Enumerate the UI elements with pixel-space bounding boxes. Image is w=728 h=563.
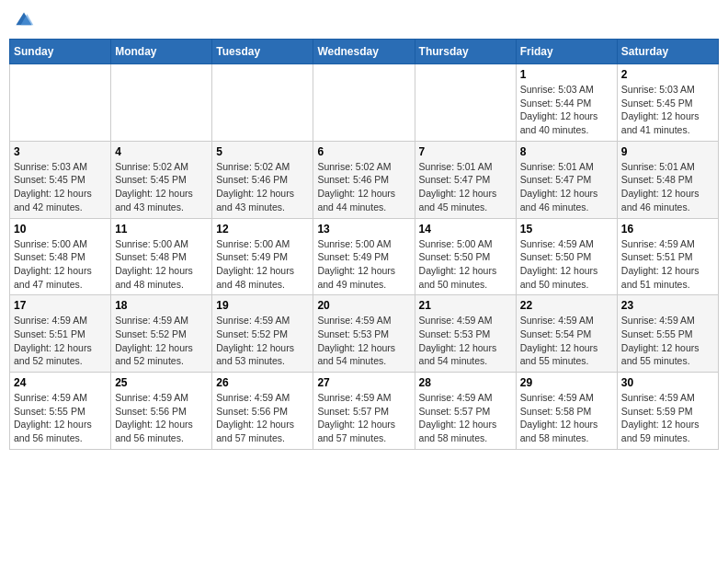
calendar-cell: 18Sunrise: 4:59 AMSunset: 5:52 PMDayligh…: [111, 295, 212, 373]
calendar-week-1: 1Sunrise: 5:03 AMSunset: 5:44 PMDaylight…: [10, 64, 719, 142]
calendar-cell: 1Sunrise: 5:03 AMSunset: 5:44 PMDaylight…: [516, 64, 617, 142]
calendar-cell: 7Sunrise: 5:01 AMSunset: 5:47 PMDaylight…: [415, 141, 516, 218]
day-header-wednesday: Wednesday: [313, 40, 415, 64]
day-number: 24: [14, 376, 107, 389]
calendar-header-row: SundayMondayTuesdayWednesdayThursdayFrid…: [10, 40, 719, 64]
calendar-cell: [212, 64, 313, 142]
day-number: 10: [14, 223, 107, 236]
day-number: 4: [115, 145, 208, 158]
calendar-cell: 17Sunrise: 4:59 AMSunset: 5:51 PMDayligh…: [10, 295, 111, 373]
day-number: 17: [14, 299, 107, 312]
day-number: 7: [419, 145, 512, 158]
day-info: Sunrise: 5:03 AMSunset: 5:45 PMDaylight:…: [621, 83, 714, 137]
day-info: Sunrise: 5:00 AMSunset: 5:49 PMDaylight:…: [216, 237, 309, 292]
calendar-cell: 27Sunrise: 4:59 AMSunset: 5:57 PMDayligh…: [313, 373, 415, 450]
day-number: 27: [317, 376, 410, 389]
calendar-cell: 4Sunrise: 5:02 AMSunset: 5:45 PMDaylight…: [111, 141, 212, 218]
day-info: Sunrise: 4:59 AMSunset: 5:52 PMDaylight:…: [115, 314, 208, 368]
calendar-cell: 6Sunrise: 5:02 AMSunset: 5:46 PMDaylight…: [313, 141, 415, 218]
day-number: 29: [520, 376, 613, 389]
calendar-cell: 2Sunrise: 5:03 AMSunset: 5:45 PMDaylight…: [617, 64, 718, 142]
day-number: 8: [520, 145, 613, 158]
calendar-cell: [10, 64, 111, 142]
day-info: Sunrise: 5:00 AMSunset: 5:49 PMDaylight:…: [317, 237, 410, 292]
day-info: Sunrise: 5:02 AMSunset: 5:46 PMDaylight:…: [216, 160, 309, 214]
day-number: 14: [419, 223, 512, 236]
day-info: Sunrise: 5:01 AMSunset: 5:47 PMDaylight:…: [520, 160, 613, 214]
calendar-cell: 13Sunrise: 5:00 AMSunset: 5:49 PMDayligh…: [313, 218, 415, 295]
day-info: Sunrise: 4:59 AMSunset: 5:50 PMDaylight:…: [520, 237, 613, 292]
calendar-week-2: 3Sunrise: 5:03 AMSunset: 5:45 PMDaylight…: [10, 141, 719, 218]
day-number: 28: [419, 376, 512, 389]
day-number: 23: [621, 299, 714, 312]
calendar-cell: 16Sunrise: 4:59 AMSunset: 5:51 PMDayligh…: [617, 218, 718, 295]
day-header-saturday: Saturday: [617, 40, 718, 64]
day-header-friday: Friday: [516, 40, 617, 64]
calendar-cell: 14Sunrise: 5:00 AMSunset: 5:50 PMDayligh…: [415, 218, 516, 295]
calendar-cell: 28Sunrise: 4:59 AMSunset: 5:57 PMDayligh…: [415, 373, 516, 450]
calendar-cell: 24Sunrise: 4:59 AMSunset: 5:55 PMDayligh…: [10, 373, 111, 450]
day-info: Sunrise: 4:59 AMSunset: 5:56 PMDaylight:…: [115, 391, 208, 445]
calendar-cell: 3Sunrise: 5:03 AMSunset: 5:45 PMDaylight…: [10, 141, 111, 218]
day-info: Sunrise: 4:59 AMSunset: 5:56 PMDaylight:…: [216, 391, 309, 445]
day-number: 25: [115, 376, 208, 389]
calendar-cell: 21Sunrise: 4:59 AMSunset: 5:53 PMDayligh…: [415, 295, 516, 373]
calendar-week-5: 24Sunrise: 4:59 AMSunset: 5:55 PMDayligh…: [10, 373, 719, 450]
day-number: 1: [520, 68, 613, 81]
page-header: [9, 9, 719, 31]
day-info: Sunrise: 4:59 AMSunset: 5:53 PMDaylight:…: [317, 314, 410, 368]
day-info: Sunrise: 4:59 AMSunset: 5:57 PMDaylight:…: [419, 391, 512, 445]
calendar-cell: [111, 64, 212, 142]
calendar-cell: 12Sunrise: 5:00 AMSunset: 5:49 PMDayligh…: [212, 218, 313, 295]
day-info: Sunrise: 4:59 AMSunset: 5:55 PMDaylight:…: [621, 314, 714, 368]
day-info: Sunrise: 4:59 AMSunset: 5:52 PMDaylight:…: [216, 314, 309, 368]
calendar-cell: 23Sunrise: 4:59 AMSunset: 5:55 PMDayligh…: [617, 295, 718, 373]
day-number: 2: [621, 68, 714, 81]
calendar-cell: 15Sunrise: 4:59 AMSunset: 5:50 PMDayligh…: [516, 218, 617, 295]
day-number: 30: [621, 376, 714, 389]
calendar-cell: 11Sunrise: 5:00 AMSunset: 5:48 PMDayligh…: [111, 218, 212, 295]
day-info: Sunrise: 5:03 AMSunset: 5:45 PMDaylight:…: [14, 160, 107, 214]
day-header-thursday: Thursday: [415, 40, 516, 64]
day-info: Sunrise: 5:00 AMSunset: 5:48 PMDaylight:…: [14, 237, 107, 292]
day-info: Sunrise: 5:00 AMSunset: 5:48 PMDaylight:…: [115, 237, 208, 292]
day-number: 15: [520, 223, 613, 236]
day-info: Sunrise: 4:59 AMSunset: 5:54 PMDaylight:…: [520, 314, 613, 368]
logo-icon: [13, 9, 35, 31]
calendar-cell: 19Sunrise: 4:59 AMSunset: 5:52 PMDayligh…: [212, 295, 313, 373]
day-number: 26: [216, 376, 309, 389]
calendar-table: SundayMondayTuesdayWednesdayThursdayFrid…: [9, 39, 719, 450]
day-number: 3: [14, 145, 107, 158]
calendar-cell: 8Sunrise: 5:01 AMSunset: 5:47 PMDaylight…: [516, 141, 617, 218]
day-number: 9: [621, 145, 714, 158]
day-info: Sunrise: 4:59 AMSunset: 5:51 PMDaylight:…: [14, 314, 107, 368]
day-number: 20: [317, 299, 410, 312]
calendar-cell: 29Sunrise: 4:59 AMSunset: 5:58 PMDayligh…: [516, 373, 617, 450]
calendar-cell: [415, 64, 516, 142]
day-info: Sunrise: 5:01 AMSunset: 5:48 PMDaylight:…: [621, 160, 714, 214]
day-number: 12: [216, 223, 309, 236]
day-number: 5: [216, 145, 309, 158]
day-info: Sunrise: 4:59 AMSunset: 5:59 PMDaylight:…: [621, 391, 714, 445]
day-header-monday: Monday: [111, 40, 212, 64]
day-info: Sunrise: 4:59 AMSunset: 5:57 PMDaylight:…: [317, 391, 410, 445]
calendar-cell: [313, 64, 415, 142]
day-number: 22: [520, 299, 613, 312]
calendar-week-3: 10Sunrise: 5:00 AMSunset: 5:48 PMDayligh…: [10, 218, 719, 295]
day-info: Sunrise: 5:03 AMSunset: 5:44 PMDaylight:…: [520, 83, 613, 137]
day-info: Sunrise: 4:59 AMSunset: 5:51 PMDaylight:…: [621, 237, 714, 292]
day-number: 13: [317, 223, 410, 236]
calendar-cell: 26Sunrise: 4:59 AMSunset: 5:56 PMDayligh…: [212, 373, 313, 450]
day-number: 19: [216, 299, 309, 312]
day-info: Sunrise: 5:02 AMSunset: 5:45 PMDaylight:…: [115, 160, 208, 214]
day-header-sunday: Sunday: [10, 40, 111, 64]
calendar-cell: 5Sunrise: 5:02 AMSunset: 5:46 PMDaylight…: [212, 141, 313, 218]
day-number: 21: [419, 299, 512, 312]
day-number: 6: [317, 145, 410, 158]
calendar-cell: 30Sunrise: 4:59 AMSunset: 5:59 PMDayligh…: [617, 373, 718, 450]
calendar-cell: 22Sunrise: 4:59 AMSunset: 5:54 PMDayligh…: [516, 295, 617, 373]
day-info: Sunrise: 4:59 AMSunset: 5:55 PMDaylight:…: [14, 391, 107, 445]
calendar-cell: 10Sunrise: 5:00 AMSunset: 5:48 PMDayligh…: [10, 218, 111, 295]
calendar-cell: 20Sunrise: 4:59 AMSunset: 5:53 PMDayligh…: [313, 295, 415, 373]
calendar-cell: 9Sunrise: 5:01 AMSunset: 5:48 PMDaylight…: [617, 141, 718, 218]
